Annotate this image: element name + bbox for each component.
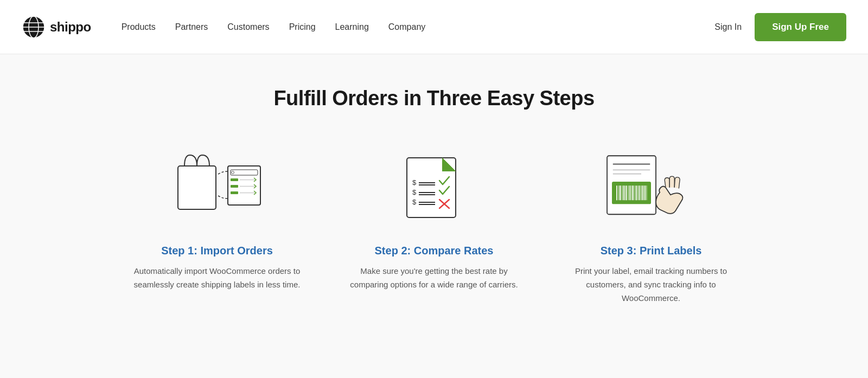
svg-rect-14 [231,191,238,194]
step-2-title: Step 2: Compare Rates [375,245,494,257]
step-3-desc: Print your label, email tracking numbers… [564,265,738,305]
step-1-title: Step 1: Import Orders [161,245,273,257]
step-3-title: Step 3: Print Labels [601,245,702,257]
nav-products[interactable]: Products [113,18,164,36]
import-orders-icon [168,144,266,228]
nav-customers[interactable]: Customers [219,18,278,36]
nav-learning[interactable]: Learning [327,18,378,36]
step-1-desc: Automatically import WooCommerce orders … [130,265,304,292]
logo-text: shippo [50,20,91,35]
step-2: $ $ $ [347,143,521,305]
svg-text:$: $ [412,188,417,196]
navbar: shippo Products Partners Customers Prici… [0,0,868,54]
logo[interactable]: shippo [22,15,91,39]
main-content: Fulfill Orders in Three Easy Steps [0,54,868,378]
nav-right: Sign In Sign Up Free [714,13,846,41]
step-3-illustration [602,143,700,229]
nav-company[interactable]: Company [380,18,434,36]
sign-in-link[interactable]: Sign In [714,22,742,32]
step-1-illustration [168,143,266,229]
svg-text:$: $ [412,198,417,206]
nav-links: Products Partners Customers Pricing Lear… [113,18,715,36]
logo-icon [22,15,46,39]
svg-rect-8 [231,170,258,175]
step-3: Step 3: Print Labels Print your label, e… [564,143,738,305]
section-title: Fulfill Orders in Three Easy Steps [22,87,846,110]
svg-text:$: $ [412,178,417,187]
step-2-desc: Make sure you're getting the best rate b… [347,265,521,292]
step-1: Step 1: Import Orders Automatically impo… [130,143,304,305]
nav-partners[interactable]: Partners [167,18,216,36]
sign-up-button[interactable]: Sign Up Free [755,13,846,41]
print-labels-icon [602,144,700,228]
step-2-illustration: $ $ $ [385,143,483,229]
svg-rect-12 [231,185,238,188]
nav-pricing[interactable]: Pricing [280,18,324,36]
svg-rect-10 [231,178,238,181]
steps-container: Step 1: Import Orders Automatically impo… [108,143,760,305]
compare-rates-icon: $ $ $ [396,144,472,228]
svg-rect-6 [178,166,216,209]
